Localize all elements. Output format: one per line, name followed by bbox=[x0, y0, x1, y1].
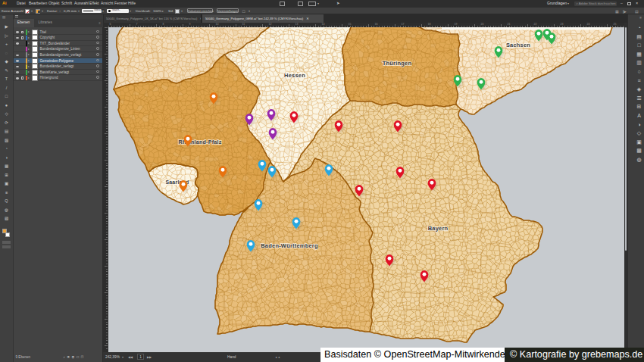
svg-text:Bayern: Bayern bbox=[428, 225, 449, 232]
svg-text:Hessen: Hessen bbox=[284, 72, 305, 79]
svg-text:Sachsen: Sachsen bbox=[506, 42, 530, 48]
svg-text:Thüringen: Thüringen bbox=[383, 60, 412, 67]
svg-text:Baden-Württemberg: Baden-Württemberg bbox=[261, 242, 318, 249]
